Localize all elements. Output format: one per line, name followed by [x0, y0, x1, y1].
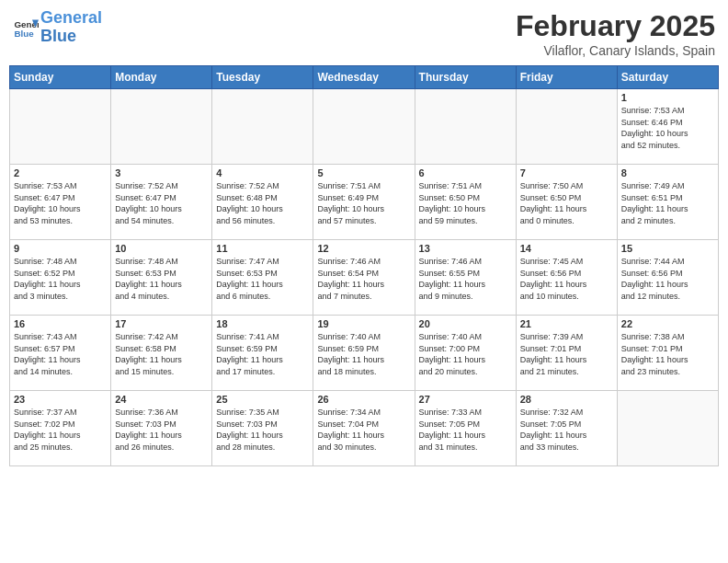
week-row-4: 16Sunrise: 7:43 AM Sunset: 6:57 PM Dayli… — [10, 316, 719, 391]
day-info: Sunrise: 7:53 AM Sunset: 6:46 PM Dayligh… — [621, 105, 714, 151]
weekday-header-saturday: Saturday — [617, 66, 718, 89]
day-info: Sunrise: 7:44 AM Sunset: 6:56 PM Dayligh… — [621, 256, 714, 302]
day-info: Sunrise: 7:41 AM Sunset: 6:59 PM Dayligh… — [216, 331, 309, 377]
calendar-cell: 10Sunrise: 7:48 AM Sunset: 6:53 PM Dayli… — [111, 240, 212, 316]
logo-name-blue: Blue — [40, 28, 102, 46]
calendar-cell: 26Sunrise: 7:34 AM Sunset: 7:04 PM Dayli… — [313, 391, 415, 466]
day-number: 9 — [14, 243, 107, 254]
day-info: Sunrise: 7:48 AM Sunset: 6:53 PM Dayligh… — [115, 256, 208, 302]
day-number: 11 — [216, 243, 309, 254]
day-number: 13 — [419, 243, 512, 254]
day-number: 12 — [317, 243, 410, 254]
day-info: Sunrise: 7:42 AM Sunset: 6:58 PM Dayligh… — [115, 331, 208, 377]
calendar-cell: 24Sunrise: 7:36 AM Sunset: 7:03 PM Dayli… — [111, 391, 212, 466]
day-number: 4 — [216, 167, 309, 178]
calendar-cell: 11Sunrise: 7:47 AM Sunset: 6:53 PM Dayli… — [212, 240, 313, 316]
day-info: Sunrise: 7:46 AM Sunset: 6:54 PM Dayligh… — [317, 256, 410, 302]
day-number: 2 — [14, 167, 107, 178]
day-info: Sunrise: 7:46 AM Sunset: 6:55 PM Dayligh… — [419, 256, 512, 302]
weekday-header-friday: Friday — [516, 66, 617, 89]
week-row-5: 23Sunrise: 7:37 AM Sunset: 7:02 PM Dayli… — [10, 391, 719, 466]
weekday-header-sunday: Sunday — [10, 66, 111, 89]
calendar-cell: 23Sunrise: 7:37 AM Sunset: 7:02 PM Dayli… — [10, 391, 111, 466]
day-number: 15 — [621, 243, 714, 254]
calendar-cell: 1Sunrise: 7:53 AM Sunset: 6:46 PM Daylig… — [617, 89, 718, 165]
day-number: 1 — [621, 92, 714, 103]
day-number: 26 — [317, 394, 410, 405]
calendar-cell: 19Sunrise: 7:40 AM Sunset: 6:59 PM Dayli… — [313, 316, 415, 391]
calendar-cell: 25Sunrise: 7:35 AM Sunset: 7:03 PM Dayli… — [212, 391, 313, 466]
day-number: 6 — [419, 167, 512, 178]
day-info: Sunrise: 7:39 AM Sunset: 7:01 PM Dayligh… — [520, 331, 613, 377]
day-info: Sunrise: 7:51 AM Sunset: 6:50 PM Dayligh… — [419, 180, 512, 226]
calendar-table: SundayMondayTuesdayWednesdayThursdayFrid… — [9, 65, 719, 466]
day-number: 16 — [14, 318, 107, 329]
day-number: 19 — [317, 318, 410, 329]
calendar-cell: 12Sunrise: 7:46 AM Sunset: 6:54 PM Dayli… — [313, 240, 415, 316]
weekday-header-thursday: Thursday — [415, 66, 516, 89]
week-row-3: 9Sunrise: 7:48 AM Sunset: 6:52 PM Daylig… — [10, 240, 719, 316]
day-info: Sunrise: 7:47 AM Sunset: 6:53 PM Dayligh… — [216, 256, 309, 302]
calendar-cell: 17Sunrise: 7:42 AM Sunset: 6:58 PM Dayli… — [111, 316, 212, 391]
day-number: 27 — [419, 394, 512, 405]
day-info: Sunrise: 7:49 AM Sunset: 6:51 PM Dayligh… — [621, 180, 714, 226]
svg-text:Blue: Blue — [14, 29, 34, 39]
day-number: 17 — [115, 318, 208, 329]
day-number: 8 — [621, 167, 714, 178]
calendar-cell: 4Sunrise: 7:52 AM Sunset: 6:48 PM Daylig… — [212, 165, 313, 240]
calendar-cell: 20Sunrise: 7:40 AM Sunset: 7:00 PM Dayli… — [415, 316, 516, 391]
calendar-cell — [212, 89, 313, 165]
calendar-cell: 2Sunrise: 7:53 AM Sunset: 6:47 PM Daylig… — [10, 165, 111, 240]
calendar-cell: 8Sunrise: 7:49 AM Sunset: 6:51 PM Daylig… — [617, 165, 718, 240]
day-info: Sunrise: 7:33 AM Sunset: 7:05 PM Dayligh… — [419, 407, 512, 453]
day-number: 21 — [520, 318, 613, 329]
day-info: Sunrise: 7:51 AM Sunset: 6:49 PM Dayligh… — [317, 180, 410, 226]
day-number: 25 — [216, 394, 309, 405]
calendar-cell: 16Sunrise: 7:43 AM Sunset: 6:57 PM Dayli… — [10, 316, 111, 391]
day-info: Sunrise: 7:52 AM Sunset: 6:47 PM Dayligh… — [115, 180, 208, 226]
page-header: General Blue General Blue February 2025 … — [9, 9, 719, 58]
day-info: Sunrise: 7:40 AM Sunset: 6:59 PM Dayligh… — [317, 331, 410, 377]
calendar-cell: 3Sunrise: 7:52 AM Sunset: 6:47 PM Daylig… — [111, 165, 212, 240]
day-number: 10 — [115, 243, 208, 254]
calendar-cell: 28Sunrise: 7:32 AM Sunset: 7:05 PM Dayli… — [516, 391, 617, 466]
calendar-cell: 13Sunrise: 7:46 AM Sunset: 6:55 PM Dayli… — [415, 240, 516, 316]
week-row-1: 1Sunrise: 7:53 AM Sunset: 6:46 PM Daylig… — [10, 89, 719, 165]
day-number: 28 — [520, 394, 613, 405]
day-info: Sunrise: 7:48 AM Sunset: 6:52 PM Dayligh… — [14, 256, 107, 302]
day-info: Sunrise: 7:43 AM Sunset: 6:57 PM Dayligh… — [14, 331, 107, 377]
day-info: Sunrise: 7:45 AM Sunset: 6:56 PM Dayligh… — [520, 256, 613, 302]
day-info: Sunrise: 7:50 AM Sunset: 6:50 PM Dayligh… — [520, 180, 613, 226]
calendar-cell: 14Sunrise: 7:45 AM Sunset: 6:56 PM Dayli… — [516, 240, 617, 316]
calendar-cell: 22Sunrise: 7:38 AM Sunset: 7:01 PM Dayli… — [617, 316, 718, 391]
calendar-cell: 18Sunrise: 7:41 AM Sunset: 6:59 PM Dayli… — [212, 316, 313, 391]
day-number: 7 — [520, 167, 613, 178]
weekday-header-row: SundayMondayTuesdayWednesdayThursdayFrid… — [10, 66, 719, 89]
day-info: Sunrise: 7:38 AM Sunset: 7:01 PM Dayligh… — [621, 331, 714, 377]
day-number: 5 — [317, 167, 410, 178]
day-number: 18 — [216, 318, 309, 329]
weekday-header-monday: Monday — [111, 66, 212, 89]
calendar-cell: 27Sunrise: 7:33 AM Sunset: 7:05 PM Dayli… — [415, 391, 516, 466]
calendar-cell: 21Sunrise: 7:39 AM Sunset: 7:01 PM Dayli… — [516, 316, 617, 391]
day-number: 14 — [520, 243, 613, 254]
day-info: Sunrise: 7:53 AM Sunset: 6:47 PM Dayligh… — [14, 180, 107, 226]
calendar-cell — [516, 89, 617, 165]
day-info: Sunrise: 7:40 AM Sunset: 7:00 PM Dayligh… — [419, 331, 512, 377]
calendar-cell: 15Sunrise: 7:44 AM Sunset: 6:56 PM Dayli… — [617, 240, 718, 316]
week-row-2: 2Sunrise: 7:53 AM Sunset: 6:47 PM Daylig… — [10, 165, 719, 240]
day-info: Sunrise: 7:37 AM Sunset: 7:02 PM Dayligh… — [14, 407, 107, 453]
day-info: Sunrise: 7:35 AM Sunset: 7:03 PM Dayligh… — [216, 407, 309, 453]
calendar-cell: 6Sunrise: 7:51 AM Sunset: 6:50 PM Daylig… — [415, 165, 516, 240]
calendar-cell: 7Sunrise: 7:50 AM Sunset: 6:50 PM Daylig… — [516, 165, 617, 240]
weekday-header-wednesday: Wednesday — [313, 66, 415, 89]
day-info: Sunrise: 7:52 AM Sunset: 6:48 PM Dayligh… — [216, 180, 309, 226]
calendar-cell — [10, 89, 111, 165]
day-number: 24 — [115, 394, 208, 405]
month-title: February 2025 — [516, 9, 715, 43]
calendar-cell: 9Sunrise: 7:48 AM Sunset: 6:52 PM Daylig… — [10, 240, 111, 316]
calendar-cell — [617, 391, 718, 466]
day-info: Sunrise: 7:36 AM Sunset: 7:03 PM Dayligh… — [115, 407, 208, 453]
day-number: 3 — [115, 167, 208, 178]
day-number: 23 — [14, 394, 107, 405]
